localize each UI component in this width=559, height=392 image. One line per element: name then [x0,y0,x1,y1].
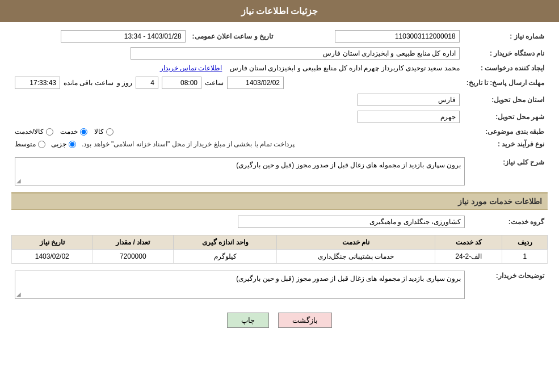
tabaqe-label: طبقه بندی موضوعی: [463,125,548,138]
tarikh-baqi-value: 17:33:43 [15,77,60,89]
header-title: جزئیات اطلاعات نیاز [241,6,318,16]
cell-date: 1403/02/02 [12,250,93,264]
shomara-niaz-value: 1103003112000018 [335,30,460,43]
shomara-niaz-label: شماره نیاز : [463,28,548,45]
etelaat-tamas-link[interactable]: اطلاعات تماس خریدار [160,64,222,72]
radio-kala[interactable] [106,128,114,136]
name-dastgah-input[interactable] [131,47,460,60]
ijad-konande-label: ایجاد کننده درخواست : [463,62,548,74]
radio-kala-khadamat[interactable] [46,128,53,136]
note-purchase: پرداخت تمام یا بخشی از مبلغ خریدار از مح… [82,140,295,148]
shahr-value: جهرم [358,111,460,123]
resize-icon: ◢ [16,178,21,184]
gorooh-khadamat-label: گروه خدمت: [468,213,548,230]
radio-jozyi[interactable] [69,141,76,148]
khadamat-section-title: اطلاعات خدمات مورد نیاز [11,192,548,210]
tarikh-saat-value: 08:00 [162,77,201,89]
radio-kala-khadamat-label: کالا/خدمت [15,128,44,136]
sharh-label: شرح کلی نیاز: [468,155,548,188]
col-amount: تعداد / مقدار [93,235,173,250]
radio-jozyi-label: جزیی [51,140,66,148]
col-unit: واحد اندازه گیری [173,235,276,250]
sharh-table: شرح کلی نیاز: برون سپاری بازدید از مجمول… [11,155,548,188]
chap-button[interactable]: چاپ [227,313,269,328]
tarikh-date-value: 1403/02/02 [227,77,284,89]
table-row: 1الف-2-24خدمات پشتیبانی جنگل‌داریکیلوگرم… [12,250,548,264]
tozihat-description-box: برون سپاری بازدید از مجموله های زغال قبل… [15,271,465,299]
tabaqe-radio-group: کالا/خدمت خدمت کالا [15,128,460,136]
col-date: تاریخ نیاز [12,235,93,250]
tarikh-label: مهلت ارسال پاسخ: تا تاریخ: [463,74,548,91]
cell-radif: 1 [502,250,548,264]
cell-code: الف-2-24 [435,250,502,264]
radio-khadamat[interactable] [80,128,87,136]
tarikh-rooz-value: 4 [136,77,158,89]
radio-motavasset[interactable] [38,141,45,148]
gorooh-table: گروه خدمت: کشاورزی، جنگلداری و ماهیگیری [11,213,548,230]
ijad-konande-value: محمد سعید توحیدی کاربرداز چهرم اداره کل … [230,64,460,72]
tarikh-saat-label: ساعت [205,79,224,87]
tozihat-table: توضیحات خریدار: برون سپاری بازدید از مجم… [11,268,548,301]
col-name: نام خدمت [277,235,435,250]
bazgasht-button[interactable]: بازگشت [278,313,332,328]
radio-kala-khadamat-item[interactable]: کالا/خدمت [15,128,53,136]
radio-kala-label: کالا [94,128,104,136]
shahr-label: شهر محل تحویل: [463,108,548,125]
cell-amount: 7200000 [93,250,173,264]
tozihat-value: برون سپاری بازدید از مجموله های زغال قبل… [236,275,461,283]
sharh-value: برون سپاری بازدید از مجموله های زغال قبل… [236,161,461,169]
main-content: شماره نیاز : 1103003112000018 تاریخ و سا… [0,22,559,340]
button-row: بازگشت چاپ [11,306,548,335]
ostan-label: استان محل تحویل: [463,91,548,108]
tozihat-resize-icon: ◢ [16,291,21,297]
col-radif: ردیف [502,235,548,250]
radio-jozyi-item[interactable]: جزیی [51,140,76,148]
sharh-description-box: برون سپاری بازدید از مجموله های زغال قبل… [15,157,465,186]
tarikh-rooz-label: روز و [117,79,132,87]
cell-unit: کیلوگرم [173,250,276,264]
col-code: کد خدمت [435,235,502,250]
page-wrapper: جزئیات اطلاعات نیاز شماره نیاز : 1103003… [0,0,559,392]
nowee-farayand-label: نوع فرآیند خرید : [463,138,548,150]
page-header: جزئیات اطلاعات نیاز [0,0,559,22]
services-table: ردیف کد خدمت نام خدمت واحد اندازه گیری ت… [11,235,548,264]
info-table: شماره نیاز : 1103003112000018 تاریخ و سا… [11,28,548,150]
radio-khadamat-item[interactable]: خدمت [60,128,87,136]
tozihat-label: توضیحات خریدار: [468,268,548,301]
cell-name: خدمات پشتیبانی جنگل‌داری [277,250,435,264]
gorooh-khadamat-value: کشاورزی، جنگلداری و ماهیگیری [238,216,465,228]
radio-kala-item[interactable]: کالا [94,128,114,136]
tarikh-baqi-label: ساعت باقی مانده [64,79,114,87]
ostan-value: فارس [358,94,460,106]
radio-motavasset-item[interactable]: متوسط [15,140,45,148]
tarikh-elaan-value: 1403/01/28 - 13:34 [61,30,186,43]
name-dastgah-label: نام دستگاه خریدار : [463,45,548,62]
radio-motavasset-label: متوسط [15,140,36,148]
radio-khadamat-label: خدمت [60,128,78,136]
tarikh-elaan-label: تاریخ و ساعت اعلان عمومی: [189,28,276,45]
farayand-radio-group: متوسط جزیی پرداخت تمام یا بخشی از مبلغ خ… [15,140,460,148]
